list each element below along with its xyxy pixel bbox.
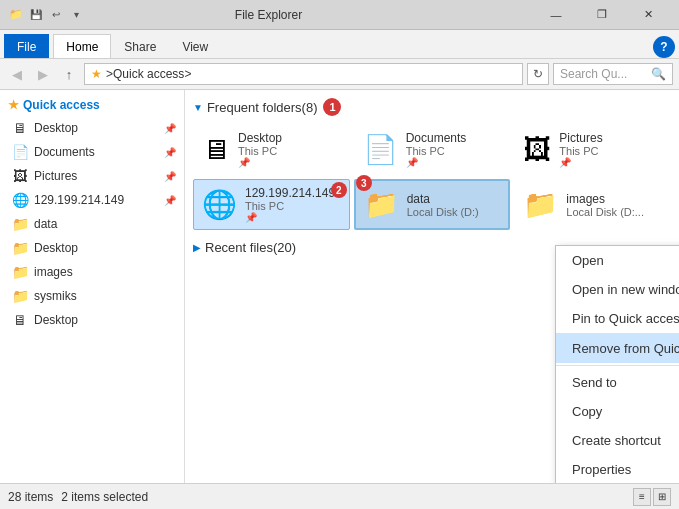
sidebar-item-label: Desktop (34, 121, 78, 135)
minimize-button[interactable]: — (533, 0, 579, 30)
tab-file[interactable]: File (4, 34, 49, 58)
context-menu: Open Open in new window Pin to Quick acc… (555, 245, 679, 483)
refresh-button[interactable]: ↻ (527, 63, 549, 85)
folder-pictures[interactable]: 🖼 Pictures This PC 📌 (514, 124, 671, 175)
desktop-icon: 🖥 (12, 312, 28, 328)
item-count: 28 items (8, 490, 53, 504)
grid-view-button[interactable]: ⊞ (653, 488, 671, 506)
folder-images-info: images Local Disk (D:... (566, 192, 644, 218)
pin-icon: 📌 (245, 212, 335, 223)
status-bar: 28 items 2 items selected ≡ ⊞ (0, 483, 679, 509)
desktop-icon: 🖥 (12, 120, 28, 136)
sidebar-item-label: Documents (34, 145, 95, 159)
folder-icon: 📁 (12, 288, 28, 304)
documents-icon: 📄 (12, 144, 28, 160)
desktop-folder-icon: 🖥 (202, 133, 230, 166)
content-area: ▼ Frequent folders (8) 1 🖥 Desktop This … (185, 90, 679, 483)
search-placeholder: Search Qu... (560, 67, 627, 81)
context-pin-label: Pin to Quick access (572, 311, 679, 326)
folder-name: Pictures (559, 131, 602, 145)
sidebar-quick-access[interactable]: ★ Quick access (0, 94, 184, 116)
sidebar-item-pictures[interactable]: 🖼 Pictures 📌 (0, 164, 184, 188)
folder-documents[interactable]: 📄 Documents This PC 📌 (354, 124, 511, 175)
pin-icon: 📌 (164, 195, 176, 206)
sidebar-item-label: Desktop (34, 241, 78, 255)
quick-access-star-icon: ★ (8, 98, 19, 112)
step-badge-2: 2 (331, 182, 347, 198)
folder-desktop-info: Desktop This PC 📌 (238, 131, 282, 168)
context-open-label: Open (572, 253, 604, 268)
context-menu-send-to[interactable]: Send to ▶ (556, 368, 679, 397)
context-menu-remove-quick-access[interactable]: Remove from Quick access 4 (556, 333, 679, 363)
sidebar-item-desktop3[interactable]: 🖥 Desktop (0, 308, 184, 332)
sidebar-item-sysmiks[interactable]: 📁 sysmiks (0, 284, 184, 308)
context-menu-copy[interactable]: Copy (556, 397, 679, 426)
sidebar-item-documents[interactable]: 📄 Documents 📌 (0, 140, 184, 164)
quick-access-star-icon: ★ (91, 67, 102, 81)
title-bar: 📁 💾 ↩ ▾ File Explorer — ❐ ✕ (0, 0, 679, 30)
context-menu-divider-1 (556, 365, 679, 366)
folder-name: images (566, 192, 644, 206)
tab-share[interactable]: Share (111, 34, 169, 58)
view-toggle: ≡ ⊞ (633, 488, 671, 506)
window-controls: — ❐ ✕ (533, 0, 671, 30)
network-icon: 🌐 (12, 192, 28, 208)
pin-icon: 📌 (164, 171, 176, 182)
address-bar: ◀ ▶ ↑ ★ > Quick access > ↻ Search Qu... … (0, 59, 679, 90)
context-menu-open[interactable]: Open (556, 246, 679, 275)
data-folder-icon: 📁 (364, 188, 399, 221)
context-open-new-window-label: Open in new window (572, 282, 679, 297)
folder-network[interactable]: 🌐 129.199.214.149 This PC 📌 2 (193, 179, 350, 230)
pin-icon: 📌 (406, 157, 467, 168)
address-path[interactable]: ★ > Quick access > (84, 63, 523, 85)
context-properties-label: Properties (572, 462, 631, 477)
sidebar-item-label: data (34, 217, 57, 231)
selected-count: 2 items selected (61, 490, 148, 504)
back-button[interactable]: ◀ (6, 63, 28, 85)
address-quick-access: Quick access (113, 67, 184, 81)
folder-path: Local Disk (D:... (566, 206, 644, 218)
sidebar-item-label: 129.199.214.149 (34, 193, 124, 207)
help-button[interactable]: ? (653, 36, 675, 58)
step-badge-3: 3 (356, 175, 372, 191)
sidebar-item-desktop[interactable]: 🖥 Desktop 📌 (0, 116, 184, 140)
ribbon-tabs: File Home Share View ? (0, 30, 679, 58)
up-button[interactable]: ↑ (58, 63, 80, 85)
close-button[interactable]: ✕ (625, 0, 671, 30)
quick-access-label: Quick access (23, 98, 100, 112)
tab-view[interactable]: View (169, 34, 221, 58)
search-box[interactable]: Search Qu... 🔍 (553, 63, 673, 85)
sidebar-item-desktop2[interactable]: 📁 Desktop (0, 236, 184, 260)
step-badge-1: 1 (323, 98, 341, 116)
context-menu-properties[interactable]: Properties (556, 455, 679, 483)
folder-name: 129.199.214.149 (245, 186, 335, 200)
tab-home[interactable]: Home (53, 34, 111, 58)
folder-name: data (407, 192, 479, 206)
maximize-button[interactable]: ❐ (579, 0, 625, 30)
recent-files-label: Recent files (205, 240, 273, 255)
context-menu-pin-quick-access[interactable]: Pin to Quick access (556, 304, 679, 333)
sidebar-item-network[interactable]: 🌐 129.199.214.149 📌 (0, 188, 184, 212)
folder-images[interactable]: 📁 images Local Disk (D:... (514, 179, 671, 230)
frequent-folders-header[interactable]: ▼ Frequent folders (8) 1 (193, 98, 671, 116)
context-menu-create-shortcut[interactable]: Create shortcut (556, 426, 679, 455)
sidebar-item-data[interactable]: 📁 data (0, 212, 184, 236)
folder-icon: 📁 (12, 264, 28, 280)
folder-desktop[interactable]: 🖥 Desktop This PC 📌 (193, 124, 350, 175)
sidebar-item-images[interactable]: 📁 images (0, 260, 184, 284)
list-view-button[interactable]: ≡ (633, 488, 651, 506)
folder-name: Desktop (238, 131, 282, 145)
pin-icon: 📌 (164, 123, 176, 134)
folder-path: This PC (238, 145, 282, 157)
folder-network-info: 129.199.214.149 This PC 📌 (245, 186, 335, 223)
context-create-shortcut-label: Create shortcut (572, 433, 661, 448)
frequent-folders-count: (8) (302, 100, 318, 115)
pictures-icon: 🖼 (12, 168, 28, 184)
folder-path: This PC (559, 145, 602, 157)
folder-data[interactable]: 📁 data Local Disk (D:) 3 (354, 179, 511, 230)
frequent-folders-label: Frequent folders (207, 100, 302, 115)
folder-icon: 📁 (12, 240, 28, 256)
folder-pictures-info: Pictures This PC 📌 (559, 131, 602, 168)
forward-button[interactable]: ▶ (32, 63, 54, 85)
context-menu-open-new-window[interactable]: Open in new window (556, 275, 679, 304)
